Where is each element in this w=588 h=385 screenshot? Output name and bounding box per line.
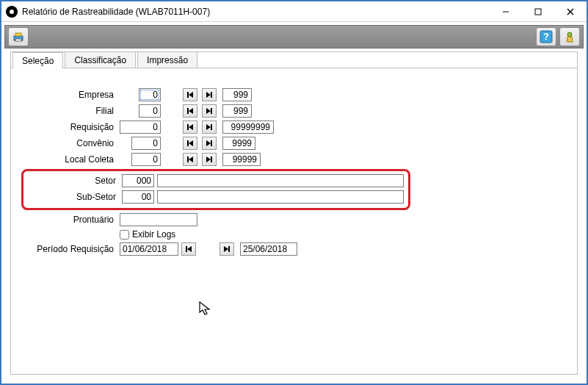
svg-text:?: ? <box>543 31 549 42</box>
local-coleta-last-button[interactable] <box>202 153 217 166</box>
convenio-first-button[interactable] <box>183 137 197 150</box>
svg-rect-25 <box>211 140 212 146</box>
periodo-label: Período Requisição <box>29 244 117 254</box>
periodo-from-input[interactable] <box>120 242 178 256</box>
tab-selection[interactable]: Seleção <box>12 52 63 68</box>
empresa-to-value[interactable]: 999 <box>222 88 252 101</box>
svg-marker-18 <box>189 124 193 130</box>
svg-marker-28 <box>206 156 211 162</box>
svg-marker-26 <box>189 156 193 162</box>
requisicao-label: Requisição <box>29 122 117 132</box>
filial-from-input[interactable] <box>139 104 161 118</box>
exibir-logs-label: Exibir Logs <box>132 229 175 240</box>
filial-last-button[interactable] <box>202 104 217 118</box>
close-button[interactable] <box>554 1 587 22</box>
filial-first-button[interactable] <box>183 104 197 118</box>
svg-rect-27 <box>187 156 189 162</box>
subsetor-label: Sub-Setor <box>23 192 119 202</box>
filial-to-value[interactable]: 999 <box>222 104 252 118</box>
printer-button[interactable] <box>8 27 29 46</box>
local-coleta-to-value[interactable]: 99999 <box>222 153 261 166</box>
mouse-cursor-icon <box>199 301 212 317</box>
svg-marker-24 <box>206 140 211 146</box>
local-coleta-label: Local Coleta <box>29 154 117 165</box>
svg-marker-12 <box>206 92 211 98</box>
svg-rect-6 <box>15 39 21 41</box>
highlight-box: Setor Sub-Setor <box>21 169 410 210</box>
local-coleta-from-input[interactable] <box>131 153 161 166</box>
exit-button[interactable] <box>559 27 580 46</box>
convenio-from-input[interactable] <box>131 137 161 150</box>
svg-rect-1 <box>535 9 541 15</box>
svg-point-9 <box>567 32 572 37</box>
svg-marker-30 <box>187 246 192 252</box>
svg-rect-33 <box>228 246 230 252</box>
tab-content: Empresa 999 Filial 999 Requisição 999999… <box>11 69 577 375</box>
periodo-first-button[interactable] <box>181 242 196 256</box>
setor-desc-input[interactable] <box>157 174 404 187</box>
svg-marker-34 <box>200 302 209 314</box>
svg-rect-17 <box>211 108 212 114</box>
svg-marker-20 <box>206 124 211 130</box>
svg-rect-13 <box>211 92 212 98</box>
setor-code-input[interactable] <box>122 174 154 187</box>
requisicao-to-value[interactable]: 99999999 <box>222 120 274 134</box>
convenio-label: Convênio <box>29 138 117 148</box>
svg-rect-31 <box>186 246 187 252</box>
svg-rect-23 <box>187 140 189 146</box>
requisicao-from-input[interactable] <box>120 120 161 134</box>
svg-rect-15 <box>187 108 189 114</box>
prontuario-label: Prontuário <box>29 215 117 225</box>
convenio-last-button[interactable] <box>202 137 217 150</box>
svg-marker-14 <box>189 108 193 114</box>
svg-rect-19 <box>187 124 189 130</box>
requisicao-last-button[interactable] <box>202 120 217 134</box>
empresa-label: Empresa <box>29 90 117 100</box>
requisicao-first-button[interactable] <box>183 120 197 134</box>
empresa-from-input[interactable] <box>139 88 161 101</box>
help-button[interactable]: ? <box>536 27 556 46</box>
main-frame: Seleção Classificação Impressão Empresa … <box>10 51 578 375</box>
periodo-last-button[interactable] <box>219 242 234 256</box>
svg-marker-10 <box>189 92 193 98</box>
svg-rect-5 <box>15 33 21 36</box>
subsetor-code-input[interactable] <box>122 190 154 204</box>
setor-label: Setor <box>23 176 119 186</box>
minimize-button[interactable] <box>490 1 522 22</box>
svg-rect-29 <box>211 156 212 162</box>
local-coleta-first-button[interactable] <box>183 153 197 166</box>
tab-printing[interactable]: Impressão <box>137 51 197 68</box>
filial-label: Filial <box>29 106 117 116</box>
svg-rect-11 <box>187 92 189 98</box>
subsetor-desc-input[interactable] <box>157 190 404 204</box>
svg-rect-21 <box>211 124 212 130</box>
svg-marker-16 <box>206 108 211 114</box>
prontuario-input[interactable] <box>120 213 197 226</box>
svg-marker-22 <box>189 140 193 146</box>
window-titlebar: Relatório de Rastreabilidade (WLAB7011H-… <box>1 1 587 22</box>
toolbar: ? <box>4 25 584 48</box>
periodo-to-input[interactable] <box>240 242 297 256</box>
convenio-to-value[interactable]: 9999 <box>222 137 255 150</box>
empresa-last-button[interactable] <box>202 88 217 101</box>
svg-marker-32 <box>224 246 228 252</box>
tab-classification[interactable]: Classificação <box>65 51 136 68</box>
empresa-first-button[interactable] <box>183 88 197 101</box>
maximize-button[interactable] <box>522 1 554 22</box>
app-icon <box>6 6 18 18</box>
window-title: Relatório de Rastreabilidade (WLAB7011H-… <box>22 7 210 17</box>
exibir-logs-checkbox[interactable] <box>120 230 129 240</box>
tab-bar: Seleção Classificação Impressão <box>11 51 577 68</box>
